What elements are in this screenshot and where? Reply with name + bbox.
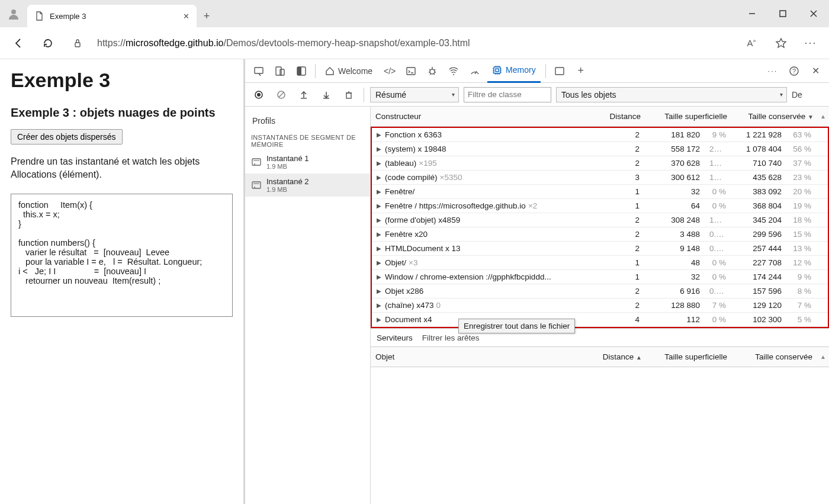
maximize-button[interactable] <box>767 0 798 27</box>
record-icon[interactable] <box>250 86 268 104</box>
dark-mode-icon[interactable] <box>293 62 310 80</box>
header-shallow[interactable]: Taille superficielle <box>645 112 732 121</box>
row-shallow-pct: 0.5 % <box>705 244 731 253</box>
console-icon[interactable] <box>402 62 420 80</box>
tab-memory[interactable]: Memory <box>487 59 541 83</box>
retainers-label: Serviteurs <box>377 333 413 342</box>
svg-point-25 <box>254 163 255 165</box>
tab-title: Exemple 3 <box>50 12 177 21</box>
svg-rect-6 <box>255 68 263 73</box>
address-bar[interactable]: https://microsoftedge.github.io/Demos/de… <box>97 38 732 49</box>
table-row[interactable]: ▶(forme d'objet) x4859 2 308 248 16 % 34… <box>372 213 828 227</box>
snapshot-name: Instantané 2 <box>266 177 309 186</box>
minimize-button[interactable] <box>737 0 767 27</box>
profile-avatar[interactable] <box>0 0 27 27</box>
close-tab-icon[interactable]: ✕ <box>183 12 189 21</box>
more-menu-icon[interactable]: ··· <box>801 33 821 53</box>
sources-bug-icon[interactable] <box>423 62 441 80</box>
ret-header-shallow[interactable]: Taille superficielle <box>645 352 732 361</box>
table-row[interactable]: ▶Document x4 4 112 0 % 102 300 5 % <box>372 313 828 327</box>
row-count: 0 <box>436 301 441 310</box>
class-filter-input[interactable] <box>464 87 551 102</box>
favorite-icon[interactable] <box>771 33 791 53</box>
close-devtools-icon[interactable]: ✕ <box>806 62 824 80</box>
header-sort-icon[interactable]: ▲ <box>817 113 829 120</box>
inspect-icon[interactable] <box>250 62 268 80</box>
network-icon[interactable] <box>445 62 462 80</box>
devtools-more-icon[interactable]: ··· <box>764 62 782 80</box>
refresh-button[interactable] <box>38 33 58 53</box>
row-name: Window / chrome-extension ://gpphkfbcpid… <box>385 272 551 281</box>
filter-edges-label[interactable]: Filtrer les arêtes <box>422 333 480 342</box>
ret-header-scroll[interactable]: ▲ <box>817 354 829 360</box>
site-info-icon[interactable] <box>68 33 88 53</box>
device-icon[interactable] <box>271 62 289 80</box>
create-objects-button[interactable]: Créer des objets dispersés <box>11 129 123 145</box>
summary-dropdown[interactable]: Résumé <box>370 87 459 102</box>
header-retained[interactable]: Taille conservée ▼ <box>732 112 817 121</box>
svg-rect-11 <box>407 68 415 75</box>
table-row[interactable]: ▶Fenêtre/ 1 32 0 % 383 092 20 % <box>372 185 828 199</box>
elements-icon[interactable]: </> <box>381 62 399 80</box>
svg-rect-2 <box>780 11 786 17</box>
snapshot-size: 1.9 MB <box>266 163 309 170</box>
row-shallow-pct: 9 % <box>705 130 731 139</box>
row-retained-pct: 63 % <box>786 130 816 139</box>
table-row[interactable]: ▶ Objet x286 2 6 916 0.4 % 157 596 8 % <box>372 284 828 298</box>
table-row[interactable]: ▶Objet/ ×3 1 48 0 % 227 708 12 % <box>372 256 828 270</box>
row-retained-size: 129 120 <box>731 301 786 310</box>
browser-tab[interactable]: Exemple 3 ✕ <box>27 5 197 27</box>
help-icon[interactable]: ? <box>785 62 803 80</box>
new-panel-icon[interactable] <box>551 62 568 80</box>
table-row[interactable]: ▶Fonction x 6363 2 181 820 9 % 1 221 928… <box>372 128 828 142</box>
home-icon <box>325 66 335 76</box>
url-host: microsoftedge.github.io <box>126 38 223 49</box>
table-row[interactable]: ▶Fenêtre / https://microsoftedge.github.… <box>372 199 828 213</box>
row-name: Fonction x 6363 <box>385 130 442 139</box>
all-objects-dropdown[interactable]: Tous les objets <box>556 87 787 102</box>
upload-icon[interactable] <box>295 86 313 104</box>
page-icon <box>34 11 44 21</box>
row-shallow-pct: 0 % <box>705 258 731 267</box>
download-icon[interactable] <box>317 86 335 104</box>
close-window-button[interactable] <box>798 0 829 27</box>
snapshot-item[interactable]: Instantané 21.9 MB <box>245 174 370 197</box>
ret-header-object[interactable]: Objet <box>371 352 595 361</box>
row-name: Fenêtre / https://microsoftedge.github.i… <box>385 201 526 210</box>
clear-icon[interactable] <box>272 86 290 104</box>
snapshot-item[interactable]: Instantané 11.9 MB <box>245 150 370 174</box>
new-tab-button[interactable]: + <box>197 5 217 27</box>
row-shallow-size: 308 248 <box>644 216 705 224</box>
code-box[interactable]: fonction Item(x) { this.x = x; } functio… <box>11 194 233 317</box>
table-row[interactable]: ▶(tableau) ×195 2 370 628 19 % 710 740 3… <box>372 156 828 171</box>
retainers-table: Objet Distance ▲ Taille superficielle Ta… <box>371 347 829 504</box>
row-count: ×5350 <box>440 173 462 182</box>
performance-icon[interactable] <box>466 62 484 80</box>
gc-icon[interactable] <box>340 86 358 104</box>
row-shallow-pct: 16 % <box>705 216 731 224</box>
constructors-table: Constructeur Distance Taille superficiel… <box>371 107 829 328</box>
header-constructor[interactable]: Constructeur <box>371 112 595 121</box>
table-row[interactable]: ▶Fenêtre x20 2 3 488 0.2 % 299 596 15 % <box>372 227 828 242</box>
table-row[interactable]: ▶(system) x 19848 2 558 172 29 % 1 078 4… <box>372 142 828 156</box>
ret-header-retained[interactable]: Taille conservée <box>732 352 817 361</box>
add-tab-icon[interactable]: + <box>572 62 590 80</box>
table-row[interactable]: ▶Window / chrome-extension ://gpphkfbcpi… <box>372 270 828 284</box>
header-distance[interactable]: Distance <box>595 112 645 121</box>
row-shallow-size: 6 916 <box>644 287 705 296</box>
table-row[interactable]: ▶HTMLDocument x 13 2 9 148 0.5 % 257 444… <box>372 242 828 256</box>
table-row[interactable]: ▶(chaîne) x473 0 2 128 880 7 % 129 120 7… <box>372 298 828 313</box>
row-retained-pct: 23 % <box>786 173 816 182</box>
read-aloud-icon[interactable]: A» <box>741 33 761 53</box>
row-distance: 1 <box>593 187 644 196</box>
profiles-sidebar: Profils INSTANTANÉS DE SEGMENT DE MÉMOIR… <box>245 107 371 504</box>
retainers-bar: Serviteurs Filtrer les arêtes <box>371 328 829 347</box>
row-shallow-size: 9 148 <box>644 244 705 253</box>
row-retained-size: 345 204 <box>731 216 786 224</box>
back-button[interactable] <box>8 33 28 53</box>
row-shallow-pct: 19 % <box>705 159 731 168</box>
ret-header-distance[interactable]: Distance ▲ <box>595 352 645 361</box>
table-row[interactable]: ▶(code compilé) ×5350 3 300 612 16 % 435… <box>372 171 828 185</box>
tab-welcome[interactable]: Welcome <box>320 59 377 83</box>
context-menu-save-all[interactable]: Enregistrer tout dans le fichier <box>458 319 575 333</box>
